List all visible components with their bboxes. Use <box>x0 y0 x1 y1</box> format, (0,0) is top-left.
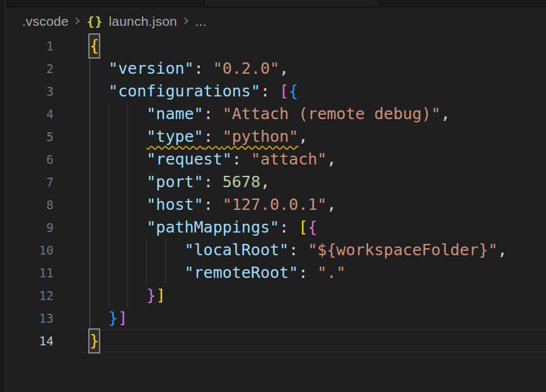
code-line[interactable]: 1{ <box>0 35 546 57</box>
code-text: "host": "127.0.0.1", <box>90 193 336 216</box>
code-text: "remoteRoot": "." <box>90 262 346 284</box>
code-line[interactable]: 11 "remoteRoot": "." <box>0 262 546 284</box>
line-number[interactable]: 2 <box>0 57 54 80</box>
breadcrumb: .vscode › {} launch.json › ... <box>0 8 546 35</box>
code-text: "name": "Attach (remote debug)", <box>90 103 450 125</box>
code-line[interactable]: 3 "configurations": [{ <box>0 80 546 103</box>
line-number[interactable]: 6 <box>0 148 54 171</box>
code-line[interactable]: 13 }] <box>0 307 546 330</box>
code-lines: 1{2 "version": "0.2.0",3 "configurations… <box>0 35 546 352</box>
line-number[interactable]: 7 <box>0 171 54 193</box>
active-tab[interactable] <box>204 0 378 6</box>
code-text: "version": "0.2.0", <box>90 57 289 80</box>
code-line[interactable]: 8 "host": "127.0.0.1", <box>0 193 546 216</box>
code-line[interactable]: 4 "name": "Attach (remote debug)", <box>0 103 546 125</box>
code-text: { <box>90 35 99 57</box>
line-number[interactable]: 12 <box>0 284 54 307</box>
warning-squiggle: "type": "python" <box>146 127 298 146</box>
line-number[interactable]: 1 <box>0 35 54 57</box>
tab-bar[interactable] <box>0 0 546 8</box>
line-number[interactable]: 9 <box>0 216 54 239</box>
code-text: } <box>90 330 99 352</box>
code-line[interactable]: 5 "type": "python", <box>0 125 546 148</box>
code-text: "port": 5678, <box>90 171 270 193</box>
code-text: }] <box>90 284 165 307</box>
code-text: "localRoot": "${workspaceFolder}", <box>90 239 507 262</box>
line-number[interactable]: 11 <box>0 262 54 284</box>
code-line[interactable]: 10 "localRoot": "${workspaceFolder}", <box>0 239 546 262</box>
bracket-match: { <box>90 35 99 57</box>
vscode-window: { "breadcrumb": { "folder": ".vscode", "… <box>0 0 546 392</box>
code-line[interactable]: 2 "version": "0.2.0", <box>0 57 546 80</box>
editor-left-border <box>0 0 6 392</box>
code-line[interactable]: 7 "port": 5678, <box>0 171 546 193</box>
code-line[interactable]: 14} <box>0 330 546 352</box>
breadcrumb-file[interactable]: launch.json <box>108 14 177 29</box>
chevron-right-icon: › <box>74 14 81 26</box>
line-number[interactable]: 13 <box>0 307 54 330</box>
line-number[interactable]: 5 <box>0 125 54 148</box>
breadcrumb-folder[interactable]: .vscode <box>22 14 69 29</box>
code-text: "type": "python", <box>90 125 308 148</box>
breadcrumb-symbol-more[interactable]: ... <box>195 14 207 29</box>
code-line[interactable]: 6 "request": "attach", <box>0 148 546 171</box>
line-number[interactable]: 14 <box>0 330 54 352</box>
code-text: }] <box>90 307 127 330</box>
code-text: "request": "attach", <box>90 148 336 171</box>
bracket-match: } <box>90 330 99 352</box>
code-editor[interactable]: 1{2 "version": "0.2.0",3 "configurations… <box>0 35 546 392</box>
line-number[interactable]: 10 <box>0 239 54 262</box>
code-text: "configurations": [{ <box>90 80 298 103</box>
code-text: "pathMappings": [{ <box>90 216 317 239</box>
line-number[interactable]: 8 <box>0 193 54 216</box>
code-line[interactable]: 9 "pathMappings": [{ <box>0 216 546 239</box>
code-line[interactable]: 12 }] <box>0 284 546 307</box>
chevron-right-icon: › <box>183 14 190 26</box>
json-file-icon: {} <box>86 14 103 29</box>
line-number[interactable]: 3 <box>0 80 54 103</box>
line-number[interactable]: 4 <box>0 103 54 125</box>
